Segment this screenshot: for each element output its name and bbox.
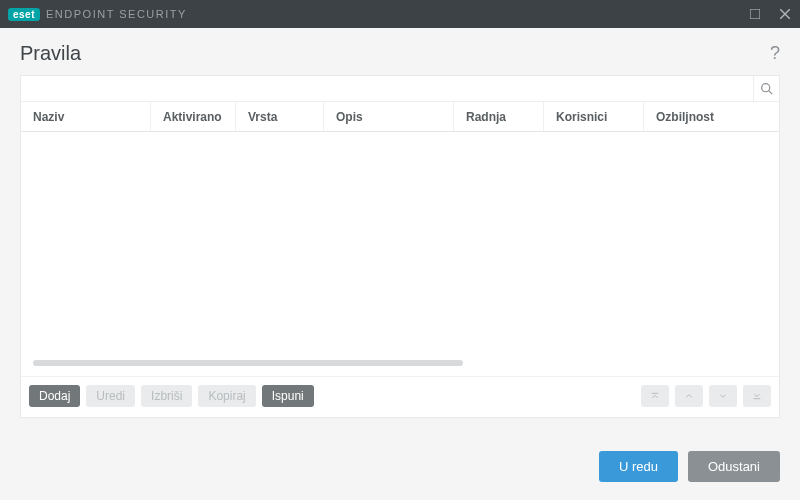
col-radnja[interactable]: Radnja	[454, 102, 544, 131]
svg-point-3	[762, 84, 770, 92]
titlebar: eset ENDPOINT SECURITY	[0, 0, 800, 28]
col-vrsta[interactable]: Vrsta	[236, 102, 324, 131]
edit-button: Uredi	[86, 385, 135, 407]
col-ozbiljnost[interactable]: Ozbiljnost	[644, 102, 779, 131]
cancel-button[interactable]: Odustani	[688, 451, 780, 482]
populate-button[interactable]: Ispuni	[262, 385, 314, 407]
svg-line-4	[769, 91, 772, 94]
list-toolbar: Dodaj Uredi Izbriši Kopiraj Ispuni	[21, 376, 779, 417]
page-title: Pravila	[20, 42, 81, 65]
table-header: Naziv Aktivirano Vrsta Opis Radnja Koris…	[21, 102, 779, 132]
search-icon[interactable]	[753, 76, 779, 102]
col-naziv[interactable]: Naziv	[21, 102, 151, 131]
search-row	[21, 76, 779, 102]
search-input[interactable]	[21, 82, 753, 96]
rules-panel: Naziv Aktivirano Vrsta Opis Radnja Koris…	[20, 75, 780, 418]
close-icon[interactable]	[778, 7, 792, 21]
ok-button[interactable]: U redu	[599, 451, 678, 482]
help-icon[interactable]: ?	[770, 43, 780, 64]
col-aktivirano[interactable]: Aktivirano	[151, 102, 236, 131]
horizontal-scrollbar[interactable]	[33, 360, 463, 366]
copy-button: Kopiraj	[198, 385, 255, 407]
brand-logo: eset	[8, 8, 40, 21]
table-body	[21, 132, 779, 376]
col-korisnici[interactable]: Korisnici	[544, 102, 644, 131]
move-bottom-button	[743, 385, 771, 407]
move-top-button	[641, 385, 669, 407]
add-button[interactable]: Dodaj	[29, 385, 80, 407]
move-down-button	[709, 385, 737, 407]
dialog-footer: U redu Odustani	[0, 439, 800, 500]
col-opis[interactable]: Opis	[324, 102, 454, 131]
header: Pravila ?	[0, 28, 800, 75]
svg-rect-0	[750, 9, 760, 19]
delete-button: Izbriši	[141, 385, 192, 407]
product-name: ENDPOINT SECURITY	[46, 8, 187, 20]
minimize-icon[interactable]	[748, 7, 762, 21]
move-up-button	[675, 385, 703, 407]
